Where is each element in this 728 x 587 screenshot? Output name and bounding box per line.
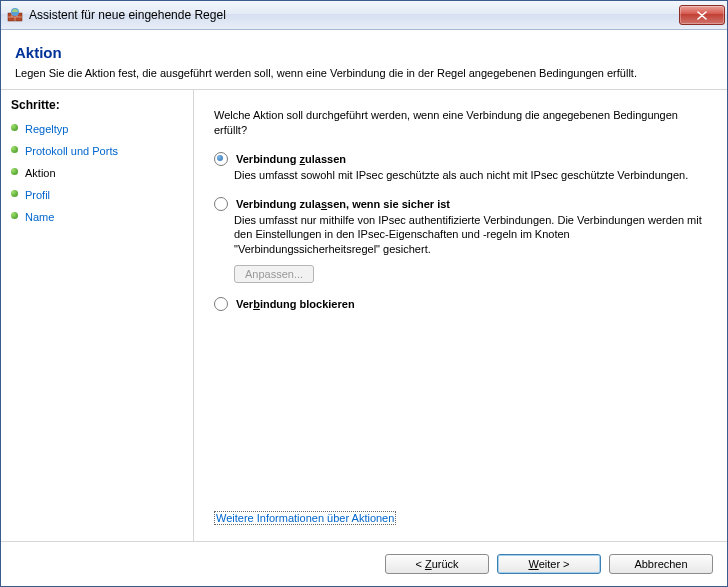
step-label: Regeltyp	[25, 123, 68, 135]
option-description: Dies umfasst sowohl mit IPsec geschützte…	[234, 168, 707, 183]
option-row[interactable]: Verbindung zulassen, wenn sie sicher ist	[214, 197, 707, 211]
step-item: Aktion	[1, 162, 193, 184]
step-item[interactable]: Protokoll und Ports	[1, 140, 193, 162]
radio-icon[interactable]	[214, 197, 228, 211]
step-label: Name	[25, 211, 54, 223]
more-info-link[interactable]: Weitere Informationen über Aktionen	[214, 511, 396, 525]
steps-sidebar: Schritte: RegeltypProtokoll und PortsAkt…	[1, 90, 194, 541]
window-title: Assistent für neue eingehende Regel	[29, 8, 673, 22]
wizard-body: Schritte: RegeltypProtokoll und PortsAkt…	[1, 90, 727, 541]
next-button[interactable]: Weiter >	[497, 554, 601, 574]
step-bullet-icon	[11, 190, 18, 197]
wizard-window: Assistent für neue eingehende Regel Akti…	[0, 0, 728, 587]
prompt-text: Welche Aktion soll durchgeführt werden, …	[214, 108, 707, 138]
radio-icon[interactable]	[214, 152, 228, 166]
action-options: Verbindung zulassenDies umfasst sowohl m…	[214, 152, 707, 325]
action-option: Verbindung blockieren	[214, 297, 707, 311]
back-button[interactable]: < Zurück	[385, 554, 489, 574]
page-title: Aktion	[15, 44, 713, 61]
step-label: Protokoll und Ports	[25, 145, 118, 157]
option-row[interactable]: Verbindung zulassen	[214, 152, 707, 166]
titlebar: Assistent für neue eingehende Regel	[1, 1, 727, 30]
action-option: Verbindung zulassenDies umfasst sowohl m…	[214, 152, 707, 183]
radio-icon[interactable]	[214, 297, 228, 311]
customize-button: Anpassen...	[234, 265, 314, 283]
step-item[interactable]: Profil	[1, 184, 193, 206]
option-label: Verbindung zulassen, wenn sie sicher ist	[236, 198, 450, 210]
step-label: Profil	[25, 189, 50, 201]
steps-list: RegeltypProtokoll und PortsAktionProfilN…	[1, 118, 193, 228]
option-label: Verbindung zulassen	[236, 153, 346, 165]
option-label: Verbindung blockieren	[236, 298, 355, 310]
close-icon	[697, 11, 707, 20]
cancel-button[interactable]: Abbrechen	[609, 554, 713, 574]
page-subtitle: Legen Sie die Aktion fest, die ausgeführ…	[15, 67, 713, 79]
firewall-icon	[7, 7, 23, 23]
action-option: Verbindung zulassen, wenn sie sicher ist…	[214, 197, 707, 284]
step-item[interactable]: Regeltyp	[1, 118, 193, 140]
content-pane: Welche Aktion soll durchgeführt werden, …	[194, 90, 727, 541]
option-description: Dies umfasst nur mithilfe von IPsec auth…	[234, 213, 707, 258]
option-row[interactable]: Verbindung blockieren	[214, 297, 707, 311]
steps-heading: Schritte:	[1, 96, 193, 118]
close-button[interactable]	[679, 5, 725, 25]
step-label: Aktion	[25, 167, 56, 179]
step-bullet-icon	[11, 212, 18, 219]
step-bullet-icon	[11, 124, 18, 131]
step-bullet-icon	[11, 168, 18, 175]
step-item[interactable]: Name	[1, 206, 193, 228]
wizard-footer: < Zurück Weiter > Abbrechen	[1, 541, 727, 586]
step-bullet-icon	[11, 146, 18, 153]
wizard-header: Aktion Legen Sie die Aktion fest, die au…	[1, 30, 727, 90]
